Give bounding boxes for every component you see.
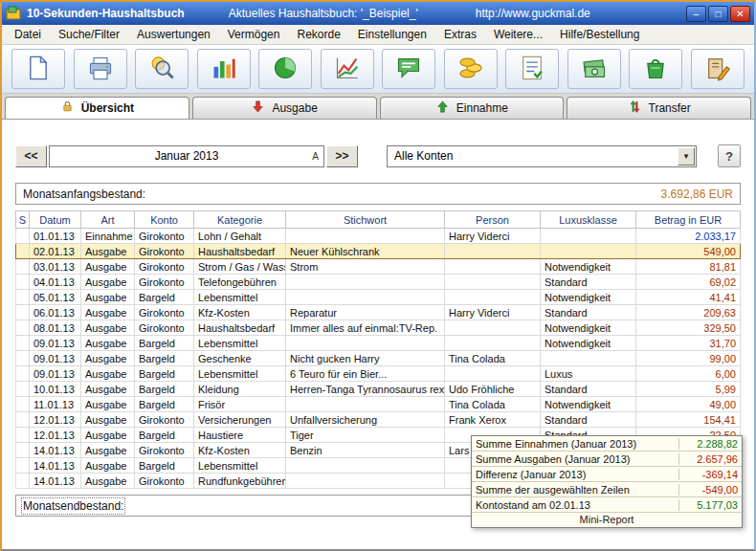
- table-row[interactable]: 11.01.13AusgabeBargeldFrisörTina ColadaN…: [16, 397, 741, 412]
- menu-item-vermögen[interactable]: Vermögen: [219, 26, 289, 43]
- search-button[interactable]: [135, 49, 189, 89]
- notes-icon: [519, 55, 545, 84]
- table-cell: 14.01.13: [30, 458, 81, 474]
- table-cell: [16, 474, 30, 489]
- mini-report-row: Kontostand am 02.01.135.177,03: [472, 497, 742, 513]
- table-cell: Ausgabe: [81, 458, 135, 474]
- table-cell: [16, 305, 30, 320]
- month-label: Januar 2013: [155, 149, 219, 163]
- table-cell: 5,99: [636, 382, 741, 397]
- shopping-bag-button[interactable]: [629, 49, 682, 89]
- line-chart-button[interactable]: [321, 49, 374, 89]
- new-document-button[interactable]: [11, 49, 65, 89]
- table-row[interactable]: 02.01.13AusgabeGirokontoHaushaltsbedarfN…: [16, 244, 741, 259]
- menu-item-hilfe-bestellung[interactable]: Hilfe/Bestellung: [551, 26, 648, 43]
- table-cell: Haushaltsbedarf: [194, 320, 286, 336]
- table-row[interactable]: 12.01.13AusgabeGirokontoVersicherungenUn…: [16, 412, 741, 428]
- mini-report-row: Summe Einnahmen (Januar 2013)2.288,82: [472, 436, 742, 452]
- table-cell: [445, 275, 541, 290]
- month-display[interactable]: Januar 2013 A: [49, 145, 324, 167]
- menu-item-rekorde[interactable]: Rekorde: [288, 26, 348, 43]
- table-cell: 69,02: [636, 275, 741, 290]
- menu-item-extras[interactable]: Extras: [435, 26, 485, 43]
- menu-item-datei[interactable]: Datei: [6, 26, 50, 43]
- column-header[interactable]: S: [16, 211, 30, 229]
- table-row[interactable]: 04.01.13AusgabeGirokontoTelefongebührenS…: [16, 275, 741, 290]
- table-cell: Ausgabe: [81, 290, 135, 305]
- mini-report-panel: Summe Einnahmen (Januar 2013)2.288,82Sum…: [471, 435, 743, 528]
- exit-button[interactable]: [691, 49, 745, 89]
- table-cell: 11.01.13: [30, 397, 81, 412]
- table-cell: Standard: [541, 305, 636, 320]
- window-title: 10-Sekunden-Haushaltsbuch: [27, 7, 185, 20]
- column-header[interactable]: Kategorie: [194, 211, 286, 229]
- maximize-button[interactable]: □: [708, 6, 728, 22]
- table-cell: 154,41: [636, 412, 741, 428]
- overview-icon: [60, 99, 75, 117]
- tab-ausgabe[interactable]: Ausgabe: [192, 97, 377, 119]
- table-cell: 41,41: [636, 290, 741, 305]
- column-header[interactable]: Art: [81, 211, 135, 229]
- column-header[interactable]: Person: [445, 211, 541, 229]
- tab-uebersicht[interactable]: Übersicht: [5, 97, 189, 119]
- table-cell: 31,70: [636, 336, 741, 351]
- next-month-button[interactable]: >>: [326, 145, 358, 167]
- table-row[interactable]: 09.01.13AusgabeBargeldLebensmittel6 Teur…: [16, 366, 741, 382]
- table-cell: Frank Xerox: [445, 412, 541, 428]
- table-row[interactable]: 09.01.13AusgabeBargeldGeschenkeNicht guc…: [16, 351, 741, 366]
- table-cell: Lohn / Gehalt: [194, 229, 286, 244]
- table-cell: 08.01.13: [30, 320, 81, 336]
- mini-report-row: Summe der ausgewählten Zeilen-549,00: [472, 482, 742, 497]
- table-row[interactable]: 05.01.13AusgabeBargeldLebensmittelNotwen…: [16, 290, 741, 305]
- pie-chart-button[interactable]: [258, 49, 312, 89]
- coins-button[interactable]: [444, 49, 498, 89]
- table-cell: [541, 351, 636, 366]
- column-header[interactable]: Konto: [135, 211, 194, 229]
- table-row[interactable]: 08.01.13AusgabeGirokontoHaushaltsbedarfI…: [16, 320, 741, 336]
- menu-item-auswertungen[interactable]: Auswertungen: [128, 26, 219, 43]
- bar-chart-button[interactable]: [197, 49, 251, 89]
- previous-month-button[interactable]: <<: [15, 145, 47, 167]
- close-button[interactable]: ✕: [730, 6, 750, 22]
- table-cell: Lebensmittel: [194, 458, 286, 474]
- table-row[interactable]: 06.01.13AusgabeGirokontoKfz-KostenRepara…: [16, 305, 741, 320]
- account-filter-dropdown[interactable]: Alle Konten ▼: [387, 145, 697, 167]
- column-header[interactable]: Datum: [30, 211, 81, 229]
- table-cell: Ausgabe: [81, 336, 135, 351]
- help-button[interactable]: ?: [718, 144, 741, 167]
- column-header[interactable]: Stichwort: [286, 211, 445, 229]
- comment-button[interactable]: [382, 49, 435, 89]
- print-button[interactable]: [74, 49, 127, 89]
- table-cell: [16, 229, 30, 244]
- mini-report-value: 5.177,03: [678, 499, 742, 511]
- table-cell: 329,50: [636, 320, 741, 336]
- notes-button[interactable]: [505, 49, 559, 89]
- table-row[interactable]: 09.01.13AusgabeBargeldLebensmittelNotwen…: [16, 336, 741, 351]
- column-header[interactable]: Betrag in EUR: [636, 211, 741, 229]
- menu-item-einstellungen[interactable]: Einstellungen: [349, 26, 435, 43]
- banknotes-button[interactable]: [567, 49, 621, 89]
- table-cell: 6,00: [636, 366, 741, 382]
- exit-icon: [704, 55, 731, 84]
- chevron-down-icon[interactable]: ▼: [678, 147, 695, 165]
- tab-transfer[interactable]: Transfer: [567, 97, 751, 119]
- table-cell: 12.01.13: [30, 412, 81, 428]
- table-row[interactable]: 01.01.13EinnahmeGirokontoLohn / GehaltHa…: [16, 229, 741, 244]
- new-document-icon: [25, 55, 52, 84]
- menu-item-weitere-[interactable]: Weitere...: [485, 26, 551, 43]
- table-row[interactable]: 03.01.13AusgabeGirokontoStrom / Gas / Wa…: [16, 259, 741, 275]
- table-cell: Strom: [286, 259, 445, 275]
- up-arrow-icon: [435, 99, 450, 117]
- print-icon: [87, 55, 114, 84]
- table-cell: Notwendigkeit: [541, 320, 636, 336]
- tab-einnahme[interactable]: Einnahme: [380, 97, 565, 119]
- table-cell: Ausgabe: [81, 275, 135, 290]
- minimize-button[interactable]: –: [686, 6, 706, 22]
- tab-label: Übersicht: [81, 101, 134, 115]
- table-row[interactable]: 10.01.13AusgabeBargeldKleidungHerren-Tan…: [16, 382, 741, 397]
- column-header[interactable]: Luxusklasse: [541, 211, 636, 229]
- table-cell: [445, 244, 541, 259]
- table-cell: Girokonto: [135, 259, 194, 275]
- table-cell: Versicherungen: [194, 412, 286, 428]
- menu-item-suche-filter[interactable]: Suche/Filter: [50, 26, 128, 43]
